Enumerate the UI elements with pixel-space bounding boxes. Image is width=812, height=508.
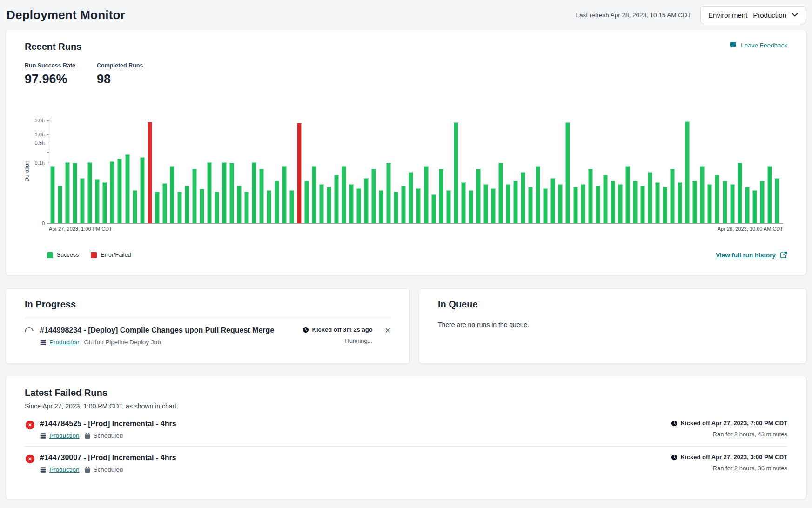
run-bar-success[interactable] <box>670 169 675 223</box>
run-bar-success[interactable] <box>536 166 540 224</box>
run-bar-success[interactable] <box>162 183 167 223</box>
run-bar-success[interactable] <box>603 175 608 223</box>
run-bar-success[interactable] <box>80 178 85 224</box>
run-bar-success[interactable] <box>289 190 294 224</box>
run-bar-success[interactable] <box>229 163 234 223</box>
run-bar-success[interactable] <box>596 186 600 223</box>
run-bar-success[interactable] <box>192 169 197 223</box>
run-bar-success[interactable] <box>65 162 70 223</box>
view-full-run-history-link[interactable]: View full run history <box>716 251 787 259</box>
run-bar-success[interactable] <box>170 166 174 224</box>
run-bar-success[interactable] <box>469 190 473 224</box>
run-bar-success[interactable] <box>752 190 757 224</box>
run-bar-success[interactable] <box>200 189 204 223</box>
run-bar-success[interactable] <box>401 186 406 223</box>
run-bar-success[interactable] <box>730 184 735 224</box>
run-bar-success[interactable] <box>409 172 413 224</box>
run-bar-success[interactable] <box>140 157 145 224</box>
run-bar-success[interactable] <box>133 190 137 224</box>
failed-run-environment-link[interactable]: Production <box>40 432 80 439</box>
environment-dropdown[interactable]: Environment Production <box>700 6 806 24</box>
run-bar-success[interactable] <box>663 187 667 223</box>
run-bar-success[interactable] <box>446 190 451 224</box>
run-bar-success[interactable] <box>177 192 182 223</box>
run-bar-success[interactable] <box>707 184 712 224</box>
run-bar-success[interactable] <box>207 162 212 223</box>
run-bar-success[interactable] <box>581 184 585 224</box>
failed-run-environment-link[interactable]: Production <box>40 466 80 473</box>
close-icon[interactable]: ✕ <box>385 327 391 334</box>
run-bar-success[interactable] <box>611 181 615 223</box>
run-bar-success[interactable] <box>625 166 630 224</box>
run-bar-success[interactable] <box>58 186 62 223</box>
run-bar-success[interactable] <box>454 122 458 223</box>
run-bar-success[interactable] <box>312 166 316 224</box>
run-bar-success[interactable] <box>185 186 189 223</box>
run-bar-success[interactable] <box>222 162 227 223</box>
run-bar-success[interactable] <box>267 190 271 224</box>
run-bar-success[interactable] <box>275 181 279 223</box>
run-bar-success[interactable] <box>215 192 219 223</box>
run-bar-success[interactable] <box>304 181 309 223</box>
run-bar-success[interactable] <box>110 161 114 223</box>
run-bar-success[interactable] <box>416 188 421 223</box>
run-bar-success[interactable] <box>506 184 510 224</box>
run-bar-success[interactable] <box>543 188 548 223</box>
run-bar-failed[interactable] <box>297 123 302 223</box>
run-bar-success[interactable] <box>513 181 518 223</box>
run-bar-success[interactable] <box>558 184 563 224</box>
run-bar-success[interactable] <box>723 181 727 223</box>
run-bar-success[interactable] <box>588 169 593 223</box>
run-bar-success[interactable] <box>424 166 429 224</box>
run-bar-success[interactable] <box>528 187 533 223</box>
run-bar-success[interactable] <box>282 166 287 224</box>
run-bar-success[interactable] <box>483 184 488 224</box>
run-bar-success[interactable] <box>356 188 361 223</box>
run-bar-success[interactable] <box>102 182 107 223</box>
run-bar-success[interactable] <box>775 178 779 224</box>
run-bar-success[interactable] <box>491 188 496 223</box>
run-bar-success[interactable] <box>394 192 398 223</box>
run-bar-success[interactable] <box>319 184 324 224</box>
run-bar-success[interactable] <box>50 166 55 224</box>
run-bar-success[interactable] <box>327 187 331 223</box>
run-bar-success[interactable] <box>349 184 354 224</box>
run-bar-success[interactable] <box>521 172 525 224</box>
run-bar-success[interactable] <box>364 178 369 224</box>
run-bar-success[interactable] <box>640 186 645 223</box>
run-bar-success[interactable] <box>692 181 697 223</box>
run-bar-success[interactable] <box>155 192 160 223</box>
run-bar-success[interactable] <box>259 169 264 223</box>
run-bar-success[interactable] <box>573 187 578 223</box>
run-bar-success[interactable] <box>745 187 750 223</box>
run-bar-success[interactable] <box>565 122 570 223</box>
run-bar-success[interactable] <box>371 169 376 223</box>
run-bar-success[interactable] <box>767 166 772 224</box>
in-progress-environment-link[interactable]: Production <box>40 339 80 346</box>
run-bar-success[interactable] <box>87 162 92 223</box>
run-bar-success[interactable] <box>476 169 481 223</box>
run-bar-success[interactable] <box>73 163 77 223</box>
run-bar-success[interactable] <box>342 166 346 224</box>
run-bar-success[interactable] <box>550 178 555 224</box>
run-bar-success[interactable] <box>685 121 690 223</box>
run-bar-success[interactable] <box>633 181 638 223</box>
run-bar-success[interactable] <box>117 159 122 223</box>
run-bar-success[interactable] <box>738 163 742 223</box>
run-bar-success[interactable] <box>655 182 660 223</box>
run-bar-success[interactable] <box>252 162 256 223</box>
run-bar-success[interactable] <box>648 172 652 224</box>
run-bar-success[interactable] <box>498 163 503 223</box>
run-bar-success[interactable] <box>95 179 100 223</box>
run-bar-success[interactable] <box>715 175 719 223</box>
run-bar-success[interactable] <box>379 190 383 224</box>
run-bar-success[interactable] <box>678 182 682 223</box>
run-bar-success[interactable] <box>431 194 436 223</box>
run-bar-success[interactable] <box>439 169 443 223</box>
run-bar-success[interactable] <box>760 181 765 223</box>
run-bar-success[interactable] <box>237 186 242 223</box>
run-bar-success[interactable] <box>125 154 130 223</box>
leave-feedback-link[interactable]: Leave Feedback <box>729 41 787 49</box>
run-bar-success[interactable] <box>334 175 339 223</box>
run-bar-success[interactable] <box>700 166 705 224</box>
